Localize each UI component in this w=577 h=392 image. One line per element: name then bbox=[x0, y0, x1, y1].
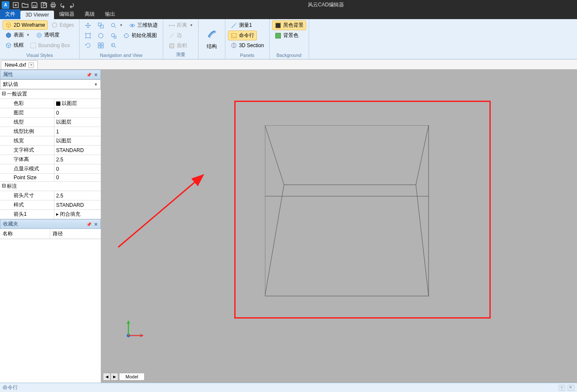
property-row[interactable]: 箭头1▸ 闭合填充 bbox=[0, 210, 101, 219]
prop-name: Point Size bbox=[0, 174, 54, 181]
group-label: Background bbox=[272, 52, 306, 59]
label: 初始化视图 bbox=[131, 32, 157, 39]
btn-transparency[interactable]: 透明度 bbox=[33, 30, 62, 40]
btn-zoom-extent[interactable] bbox=[95, 20, 107, 30]
btn-fit[interactable] bbox=[82, 31, 94, 40]
property-row[interactable]: 文字样式STANDARD bbox=[0, 146, 101, 155]
prop-name: 样式 bbox=[0, 200, 54, 209]
prop-value[interactable]: 0 bbox=[54, 174, 101, 181]
btn-measure1[interactable]: 测量1 bbox=[228, 20, 255, 30]
close-icon[interactable]: ✕ bbox=[28, 62, 34, 68]
btn-wireframe[interactable]: 线框 bbox=[3, 40, 26, 50]
property-row[interactable]: Point Size0 bbox=[0, 174, 101, 182]
property-row[interactable]: 色彩 以图层 bbox=[0, 99, 101, 108]
btn-init-view[interactable]: 初始化视图 bbox=[120, 31, 159, 40]
print-icon[interactable] bbox=[48, 1, 58, 9]
property-row[interactable]: 线型以图层 bbox=[0, 118, 101, 127]
annotation-arrow bbox=[114, 171, 212, 256]
btn-structure[interactable]: 结构 bbox=[201, 26, 222, 51]
save-as-icon[interactable]: PDF bbox=[39, 1, 48, 9]
redo-icon[interactable] bbox=[67, 1, 77, 9]
doc-tab-name: New4.dxf bbox=[5, 62, 26, 68]
btn-edge[interactable]: 边 bbox=[166, 31, 185, 40]
col-name[interactable]: 名称 bbox=[0, 229, 50, 239]
svg-rect-24 bbox=[276, 33, 281, 38]
property-row[interactable]: 字体高2.5 bbox=[0, 155, 101, 164]
prop-name: 箭头1 bbox=[0, 210, 54, 219]
btn-3d-orbit[interactable]: 三维轨迹 bbox=[126, 20, 160, 30]
btn-zoom-window[interactable] bbox=[108, 31, 119, 40]
prop-value[interactable]: ▸ 闭合填充 bbox=[54, 210, 101, 219]
save-icon[interactable] bbox=[30, 1, 39, 9]
prop-value[interactable]: 0 bbox=[54, 108, 101, 117]
cube-icon bbox=[5, 22, 12, 28]
tab-scroll-right[interactable]: ▶ bbox=[111, 373, 118, 381]
close-icon[interactable]: ✕ bbox=[94, 72, 98, 77]
pin-icon[interactable]: 📌 bbox=[86, 222, 91, 227]
favorites-panel: 名称 路径 bbox=[0, 229, 101, 390]
close-icon[interactable]: ✕ bbox=[94, 222, 98, 227]
property-row[interactable]: 线型比例1 bbox=[0, 127, 101, 136]
property-row[interactable]: 图层0 bbox=[0, 108, 101, 118]
prop-value[interactable]: 以图层 bbox=[54, 136, 101, 145]
prop-value[interactable]: 2.5 bbox=[54, 155, 101, 164]
btn-views[interactable] bbox=[95, 41, 107, 50]
tab-advanced[interactable]: 高级 bbox=[80, 9, 100, 19]
btn-pan[interactable] bbox=[82, 20, 94, 30]
btn-edges[interactable]: Edges bbox=[48, 20, 77, 30]
btn-surface[interactable]: 表面▼ bbox=[3, 30, 32, 40]
tab-output[interactable]: 输出 bbox=[100, 9, 120, 19]
status-expand[interactable]: ⇱ bbox=[568, 385, 574, 391]
tab-3d-viewer[interactable]: 3D Viewer bbox=[20, 11, 54, 19]
orbit-icon bbox=[129, 22, 136, 29]
property-row[interactable]: 线宽以图层 bbox=[0, 136, 101, 146]
prop-value[interactable]: STANDARD bbox=[54, 146, 101, 155]
prop-value[interactable]: 1 bbox=[54, 127, 101, 136]
default-dropdown[interactable]: 默认值 ▼ bbox=[0, 79, 101, 89]
doc-tab[interactable]: New4.dxf ✕ bbox=[1, 60, 38, 69]
tab-scroll-left[interactable]: ◀ bbox=[103, 373, 111, 381]
svg-rect-7 bbox=[98, 23, 101, 26]
prop-value[interactable]: 以图层 bbox=[54, 99, 101, 108]
property-category[interactable]: ⊟标注 bbox=[0, 182, 101, 191]
property-row[interactable]: 点显示模式0 bbox=[0, 164, 101, 174]
undo-icon[interactable] bbox=[58, 1, 67, 9]
btn-bg-color[interactable]: 背景色 bbox=[272, 31, 301, 40]
btn-black-bg[interactable]: 黑色背景 bbox=[272, 20, 306, 30]
btn-distance[interactable]: 距离▼ bbox=[166, 20, 196, 30]
prop-value[interactable]: STANDARD bbox=[54, 200, 101, 209]
prop-name: 图层 bbox=[0, 108, 54, 117]
new-icon[interactable] bbox=[11, 1, 20, 9]
tab-file[interactable]: 文件 bbox=[0, 9, 20, 19]
edges-icon bbox=[51, 22, 58, 28]
pin-icon[interactable]: 📌 bbox=[86, 73, 91, 77]
btn-cmdline[interactable]: 命令行 bbox=[228, 31, 257, 40]
property-category[interactable]: ⊟一般设置 bbox=[0, 90, 101, 99]
btn-3d-section[interactable]: 3D Section bbox=[228, 41, 267, 50]
title-bar: A PDF 风云CAD编辑器 bbox=[0, 0, 577, 10]
status-dropdown[interactable]: ▽ bbox=[559, 385, 565, 391]
prop-name: 文字样式 bbox=[0, 146, 54, 155]
prop-name: 点显示模式 bbox=[0, 164, 54, 173]
btn-bounding-box[interactable]: Bounding Box bbox=[27, 40, 73, 50]
btn-area[interactable]: 面积 bbox=[166, 41, 190, 51]
viewport-3d[interactable] bbox=[101, 70, 577, 390]
open-icon[interactable] bbox=[20, 1, 30, 9]
btn-zoom[interactable]: ▼ bbox=[108, 20, 125, 30]
tab-model[interactable]: Model bbox=[119, 373, 145, 381]
btn-zoom-prev[interactable] bbox=[108, 41, 119, 50]
svg-rect-18 bbox=[98, 46, 100, 48]
btn-view-cube[interactable] bbox=[95, 31, 107, 40]
btn-rotate[interactable] bbox=[82, 41, 94, 50]
property-row[interactable]: 样式STANDARD bbox=[0, 200, 101, 210]
col-path[interactable]: 路径 bbox=[50, 229, 65, 239]
prop-value[interactable]: 0 bbox=[54, 164, 101, 173]
prop-value[interactable]: 以图层 bbox=[54, 118, 101, 127]
prop-value[interactable]: 2.5 bbox=[54, 191, 101, 200]
btn-2d-wireframe[interactable]: 2D Wireframe bbox=[3, 20, 48, 30]
property-row[interactable]: 箭头尺寸2.5 bbox=[0, 191, 101, 200]
tab-editor[interactable]: 编辑器 bbox=[54, 9, 80, 19]
group-label: Navigation and View bbox=[82, 52, 160, 59]
surface-icon bbox=[5, 32, 12, 39]
app-logo: A bbox=[2, 1, 9, 9]
